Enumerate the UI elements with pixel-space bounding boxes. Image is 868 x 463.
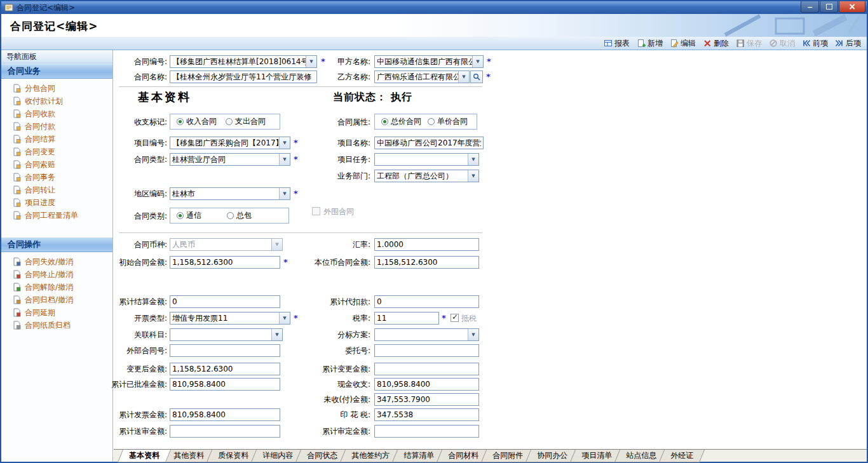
chevron-down-icon[interactable] — [279, 188, 290, 199]
radio-unit-price[interactable]: 单价合同 — [428, 116, 468, 127]
save-icon — [736, 39, 745, 48]
required-marker: * — [486, 70, 491, 83]
entrust-no-input[interactable] — [374, 344, 479, 357]
sidebar-item[interactable]: 分包合同 — [1, 82, 112, 95]
radio-total-price[interactable]: 总价合同 — [381, 116, 421, 127]
tax-deduct-checkbox[interactable] — [451, 314, 459, 322]
sidebar-item[interactable]: 合同付款 — [1, 120, 112, 133]
sidebar-item[interactable]: 合同索赔 — [1, 158, 112, 171]
chevron-down-icon[interactable] — [468, 329, 478, 340]
sidebar-item[interactable]: 合同转让 — [1, 184, 112, 196]
invoice-type-combo[interactable]: 增值专用发票11 — [170, 312, 290, 325]
region-code-combo[interactable]: 桂林市 — [170, 187, 290, 200]
contract-no-combo[interactable]: 【移集团广西桂林结算单[2018]0614号】 — [170, 55, 317, 68]
radio-general[interactable]: 总包 — [227, 210, 252, 221]
maximize-button[interactable] — [820, 1, 838, 13]
radio-income-contract[interactable]: 收入合同 — [177, 116, 217, 127]
edit-button[interactable]: 编辑 — [668, 37, 698, 49]
project-no-combo[interactable]: 【移集团广西采购合同【2017】10 — [170, 137, 290, 149]
change-total-input[interactable] — [374, 363, 479, 375]
settled-amount-input[interactable] — [170, 295, 280, 308]
contract-name-input[interactable] — [170, 70, 317, 83]
sidebar-item-label: 合同失效/撤消 — [25, 257, 73, 267]
sidebar-item[interactable]: 合同终止/撤消 — [1, 268, 112, 281]
approved-total-input[interactable] — [170, 378, 280, 391]
sidebar-item[interactable]: 合同工程量清单 — [1, 209, 112, 222]
party-b-label: 乙方名称: — [337, 70, 370, 83]
party-b-combo[interactable]: 广西锦乐通信工程有限公司 — [374, 70, 470, 83]
sidebar-item[interactable]: 项目进度 — [1, 196, 112, 209]
invoice-total-input[interactable] — [170, 408, 280, 421]
prev-icon — [802, 39, 811, 48]
report-button[interactable]: 报表 — [602, 37, 632, 49]
tab-label: 详细内容 — [262, 450, 293, 462]
base-amount-input[interactable] — [374, 256, 479, 269]
new-button[interactable]: 新增 — [635, 37, 665, 49]
business-dept-combo[interactable]: 工程部（广西总公司） — [374, 170, 479, 182]
chevron-down-icon[interactable] — [279, 137, 290, 149]
external-no-input[interactable] — [170, 344, 280, 357]
sidebar-item[interactable]: 合同纸质归档 — [1, 319, 112, 332]
contract-type-label: 合同类型: — [134, 153, 167, 166]
business-items: 分包合同收付款计划合同收款合同付款合同结算合同变更合同索赔合同事务合同转让项目进… — [1, 79, 112, 222]
unreceived-input[interactable] — [374, 393, 479, 406]
next-button[interactable]: 后项 — [833, 37, 863, 49]
prev-button[interactable]: 前项 — [800, 37, 830, 49]
party-b-lookup-button[interactable] — [470, 70, 483, 83]
sidebar-item[interactable]: 合同失效/撤消 — [1, 255, 112, 268]
chevron-down-icon — [271, 239, 282, 250]
minimize-button[interactable] — [801, 1, 819, 13]
review-total-input[interactable] — [170, 425, 280, 438]
chevron-down-icon[interactable] — [468, 170, 478, 182]
party-a-value: 中国移动通信集团广西有限公司桂 — [375, 56, 472, 67]
bottom-tab-5[interactable]: 其他签约方 — [340, 450, 401, 462]
divider — [119, 232, 482, 233]
delete-icon — [703, 39, 712, 48]
chevron-down-icon[interactable] — [279, 154, 290, 165]
contract-type-combo[interactable]: 桂林营业厅合同 — [170, 153, 290, 166]
chevron-down-icon[interactable] — [271, 329, 282, 340]
settled-amount-label: 累计结算金额: — [119, 295, 167, 308]
sidebar-item[interactable]: 合同变更 — [1, 145, 112, 158]
sidebar-item[interactable]: 合同结算 — [1, 133, 112, 145]
tax-deduct-label: 抵税 — [461, 312, 477, 325]
close-button[interactable] — [839, 1, 865, 13]
close-icon — [848, 3, 856, 11]
sidebar-item[interactable]: 合同归档/撤消 — [1, 293, 112, 306]
sidebar-item[interactable]: 合同收款 — [1, 107, 112, 120]
bottom-tab-12[interactable]: 外经证 — [659, 450, 705, 462]
chevron-down-icon[interactable] — [458, 71, 469, 83]
bottom-tab-0[interactable]: 基本资料 — [118, 450, 171, 462]
audit-total-input[interactable] — [374, 425, 479, 438]
chevron-down-icon[interactable] — [306, 56, 316, 67]
sidebar-item[interactable]: 合同延期 — [1, 306, 112, 319]
stamp-tax-input[interactable] — [374, 408, 479, 421]
party-a-combo[interactable]: 中国移动通信集团广西有限公司桂 — [374, 55, 484, 68]
contract-category-group: 通信 总包 — [170, 208, 289, 224]
sidebar-item[interactable]: 合同事务 — [1, 171, 112, 184]
section-contract-operations[interactable]: 合同操作 — [1, 237, 112, 252]
required-marker: * — [487, 55, 491, 68]
related-subject-combo[interactable] — [170, 328, 283, 341]
initial-amount-input[interactable] — [170, 256, 280, 269]
sidebar-item[interactable]: 收付款计划 — [1, 95, 112, 107]
cash-flow-input[interactable] — [374, 378, 479, 391]
project-name-input[interactable] — [374, 137, 484, 149]
section-contract-business[interactable]: 合同业务 — [1, 64, 112, 79]
tax-rate-input[interactable] — [374, 312, 439, 325]
toolbar-button-label: 前项 — [813, 38, 828, 49]
entrust-no-label: 委托号: — [345, 344, 370, 357]
chevron-down-icon[interactable] — [279, 312, 290, 324]
withheld-amount-input[interactable] — [374, 295, 479, 308]
sidebar-item-label: 合同终止/撤消 — [25, 269, 73, 280]
chevron-down-icon[interactable] — [468, 154, 478, 165]
project-task-combo[interactable] — [374, 153, 479, 166]
radio-telecom[interactable]: 通信 — [177, 210, 201, 221]
radio-expense-contract[interactable]: 支出合同 — [226, 116, 266, 127]
sidebar-item[interactable]: 合同解除/撤消 — [1, 281, 112, 293]
chevron-down-icon[interactable] — [472, 56, 483, 67]
exchange-rate-input[interactable] — [374, 238, 479, 251]
delete-button[interactable]: 删除 — [701, 37, 731, 49]
bid-plan-combo[interactable] — [374, 328, 479, 341]
changed-amount-input[interactable] — [170, 363, 280, 375]
